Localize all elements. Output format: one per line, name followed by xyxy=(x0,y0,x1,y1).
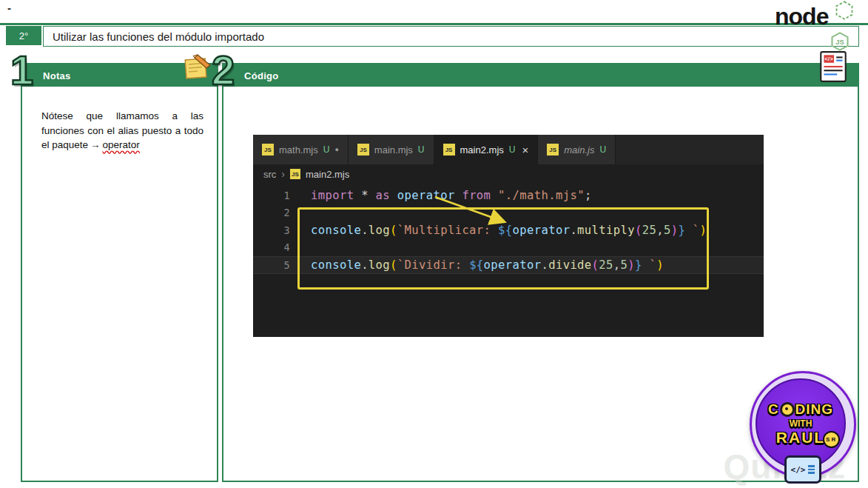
tab-label: main2.mjs xyxy=(460,144,504,156)
code-line: 2 xyxy=(253,204,764,222)
hexagon-dashed-icon xyxy=(834,0,855,21)
svg-text:</>: </> xyxy=(825,56,834,62)
code-editor: JSmath.mjsU●JSmain.mjsUJSmain2.mjsU×JSma… xyxy=(253,135,764,337)
js-file-icon: JS xyxy=(290,169,300,179)
header-divider xyxy=(0,23,868,25)
code-brackets-glyph: </> xyxy=(791,465,806,475)
notes-panel-header: 1 Notas xyxy=(22,64,217,87)
tab-label: main.mjs xyxy=(374,144,413,156)
line-number: 1 xyxy=(253,190,290,201)
step-number-box: 2° xyxy=(6,26,41,45)
tab-label: main.js xyxy=(564,144,594,156)
notes-panel-title: Notas xyxy=(43,70,71,81)
badge-word-raul: RAUL SR xyxy=(776,429,825,447)
code-text: console.log(`Multiplicar: ${operator.mul… xyxy=(311,224,707,237)
page-title: Utilizar las funciones del módulo import… xyxy=(43,26,859,47)
nodejs-logo-text: node xyxy=(775,3,828,30)
git-status-badge: U xyxy=(323,144,330,155)
corner-dash: - xyxy=(7,1,11,14)
code-lines-glyph xyxy=(808,465,815,474)
nodejs-hexagon-icon: JS xyxy=(830,31,850,52)
git-status-badge: U xyxy=(509,144,516,155)
git-status-badge: U xyxy=(599,144,606,155)
editor-tab-bar: JSmath.mjsU●JSmain.mjsUJSmain2.mjsU×JSma… xyxy=(253,135,764,164)
breadcrumb-file[interactable]: main2.mjs xyxy=(306,169,349,180)
js-file-icon: JS xyxy=(357,144,369,156)
lens-o-icon xyxy=(780,402,795,417)
js-file-icon: JS xyxy=(547,144,559,156)
code-line: 3console.log(`Multiplicar: ${operator.mu… xyxy=(253,221,764,239)
js-file-icon: JS xyxy=(443,144,455,156)
editor-tab[interactable]: JSmain.jsU xyxy=(538,135,616,164)
notes-panel: 1 Notas Nótese que llamamos a las funcio… xyxy=(21,63,218,482)
badge-word-coding: CDING xyxy=(768,401,833,418)
code-lines: 1import * as operator from "./math.mjs";… xyxy=(253,184,764,274)
breadcrumb-folder[interactable]: src xyxy=(263,169,276,180)
notes-highlight-word: operator xyxy=(103,139,140,150)
code-document-icon: </> xyxy=(816,50,850,84)
line-number: 2 xyxy=(253,207,290,218)
sticky-note-icon xyxy=(183,53,212,82)
code-line: 1import * as operator from "./math.mjs"; xyxy=(253,187,764,204)
code-text: console.log(`Dividir: ${operator.divide(… xyxy=(311,258,664,272)
code-line: 5console.log(`Dividir: ${operator.divide… xyxy=(253,256,764,274)
notes-text: Nótese que llamamos a las funciones con … xyxy=(41,109,203,153)
code-panel-title: Código xyxy=(244,70,279,81)
tab-close-icon[interactable]: × xyxy=(522,144,528,156)
arrow-glyph: → xyxy=(90,139,101,150)
line-number: 3 xyxy=(253,224,290,236)
sr-monogram: SR xyxy=(823,431,840,448)
nodejs-logo: node JS xyxy=(775,3,856,55)
svg-text:JS: JS xyxy=(835,39,844,46)
git-status-badge: U xyxy=(418,144,425,155)
badge-word-with: WITH xyxy=(790,418,813,429)
code-panel-header: 2 Código </> xyxy=(223,64,858,87)
js-file-icon: JS xyxy=(262,144,274,156)
editor-tab[interactable]: JSmath.mjsU● xyxy=(253,135,349,164)
notes-panel-number: 1 xyxy=(10,50,33,91)
editor-tab[interactable]: JSmain2.mjsU× xyxy=(434,135,539,164)
modified-dot-icon: ● xyxy=(334,146,338,153)
tab-label: math.mjs xyxy=(279,144,318,156)
line-number: 5 xyxy=(253,259,290,271)
code-line: 4 xyxy=(253,239,764,257)
editor-tab[interactable]: JSmain.mjsU xyxy=(349,135,434,164)
chevron-right-icon: › xyxy=(281,168,285,180)
slide-page: - 2° Utilizar las funciones del módulo i… xyxy=(0,0,868,488)
code-panel-number: 2 xyxy=(212,50,235,91)
line-number: 4 xyxy=(253,241,290,253)
code-text: import * as operator from "./math.mjs"; xyxy=(311,189,592,202)
breadcrumb: src › JS main2.mjs xyxy=(253,164,764,184)
coding-with-raul-badge: CDING WITH RAUL SR </> xyxy=(748,371,858,484)
badge-code-icon: </> xyxy=(784,455,821,484)
